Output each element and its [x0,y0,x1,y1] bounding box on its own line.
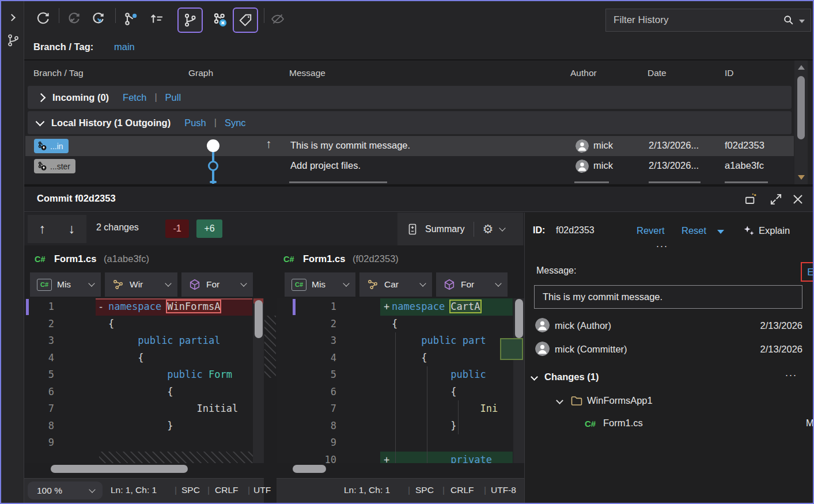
tag-icon [238,13,253,28]
collapse-folder-icon[interactable] [556,397,563,404]
edit-highlight-box: Edit [801,262,814,282]
expand-panel-icon[interactable] [8,14,16,21]
left-diff-scrollbar[interactable] [253,298,264,463]
left-project-dropdown[interactable]: C# Mis [30,272,101,297]
right-scroll-thumb[interactable] [515,299,523,338]
column-graph[interactable]: Graph [188,68,213,78]
search-icon[interactable] [782,14,795,26]
chevron-down-icon [343,280,349,286]
right-hscroll-thumb[interactable] [293,465,326,473]
line-ending-indicator[interactable]: CRLF [450,485,474,495]
right-diff-scrollbar[interactable] [513,298,524,463]
diff-settings-caret[interactable] [499,225,506,231]
current-branch-link[interactable]: main [114,41,135,52]
column-author[interactable]: Author [570,68,597,78]
commit-id-value: f02d2353 [556,225,595,236]
edit-message-link[interactable]: Edit [807,267,814,278]
author-date: 2/13/2026 [760,320,802,331]
details-overflow-button[interactable]: ... [656,238,668,250]
diff-settings-gear-icon[interactable]: ⚙ [482,222,493,236]
tree-folder-label[interactable]: WinFormsApp1 [587,395,653,406]
right-namespace-dropdown[interactable]: Car [359,272,432,297]
left-scroll-thumb[interactable] [255,300,263,338]
column-id[interactable]: ID [725,68,734,78]
left-hscroll-thumb[interactable] [51,465,188,473]
indent-guide [395,332,396,463]
commit-message-field[interactable]: This is my commit message. [534,285,802,309]
left-type-dropdown[interactable]: For [181,272,253,297]
push-icon[interactable] [90,11,106,27]
code-line-2: 2{ [24,316,264,333]
refresh-icon[interactable] [35,11,51,27]
sync-link[interactable]: Sync [225,118,246,128]
scroll-down-arrow[interactable] [798,175,805,180]
commit-row-clipped[interactable] [25,176,794,184]
next-change-button[interactable]: ↓ [69,221,75,237]
branch-outgoing-icon [37,161,47,171]
history-scrollbar[interactable] [794,60,808,184]
right-diff-code[interactable]: 1+namespace CartA2{3 public part4 {5 pub… [277,298,524,463]
code-line-2: 2{ [277,316,524,333]
filter-history-input[interactable]: Filter History [605,9,811,32]
zoom-select[interactable]: 100 % [28,482,103,499]
column-date[interactable]: Date [648,68,667,78]
column-branch-tag[interactable]: Branch / Tag [33,68,84,78]
filter-options-caret[interactable] [799,20,805,23]
previous-change-button[interactable]: ↑ [39,221,46,237]
commit-row[interactable]: ...ster Add project files. mick 2/13/202… [25,156,794,176]
left-diff-code[interactable]: 1-namespace WinFormsA2{3 public partial4… [24,298,264,463]
local-history-label: Local History (1 Outgoing) [51,118,171,128]
git-branch-icon[interactable] [6,33,20,47]
incoming-group-row[interactable]: Incoming (0) Fetch | Pull [28,86,792,109]
pull-link[interactable]: Pull [165,92,181,103]
code-line-8: 8 } [277,418,524,435]
chevron-down-icon [89,486,95,492]
commit-message-value: This is my commit message. [543,291,662,302]
reset-caret[interactable] [717,230,724,234]
tree-file-label[interactable]: Form1.cs [603,418,643,429]
changes-overflow-button[interactable]: ... [785,367,797,379]
reset-link[interactable]: Reset [682,225,706,236]
fetch-link[interactable]: Fetch [123,92,146,103]
right-project-dropdown[interactable]: C# Mis [285,272,355,297]
commit-list-icon[interactable] [149,11,165,27]
whitespace-indicator[interactable]: SPC [415,485,434,495]
show-branch-graph-toggle[interactable] [177,7,203,33]
csharp-file-icon: C# [291,279,306,291]
pull-icon [66,11,82,27]
whitespace-indicator[interactable]: SPC [181,485,200,495]
commit-row[interactable]: ...in ↑ This is my commit message. mick … [25,136,794,156]
collapse-local-history-icon[interactable] [36,117,45,126]
encoding-indicator[interactable]: UTF [253,485,271,495]
summary-button[interactable]: Summary [425,224,464,234]
visual-studio-git-window: Filter History Branch / Tag: main Branch… [0,0,814,504]
scroll-up-arrow[interactable] [798,65,805,70]
collapse-changes-icon[interactable] [531,373,538,381]
expand-incoming-icon[interactable] [37,93,46,102]
changes-count-label: 2 changes [96,222,139,233]
history-scroll-thumb[interactable] [797,76,805,139]
maximize-icon[interactable] [768,192,783,207]
show-tags-toggle[interactable] [233,7,258,33]
branch-compare-icon[interactable] [123,11,139,27]
float-window-icon[interactable] [743,192,758,207]
commit-author: mick [593,160,613,171]
explain-button[interactable]: Explain [759,225,790,236]
revert-link[interactable]: Revert [637,225,665,236]
column-message[interactable]: Message [289,68,325,78]
close-icon[interactable] [790,192,805,207]
branch-badge-main[interactable]: ...in [34,139,69,153]
diff-toolbar: ↑ ↓ 2 changes -1 +6 Summary ⚙ [24,213,524,245]
right-type-dropdown[interactable]: For [436,272,508,297]
committer-name: mick (Committer) [555,344,627,355]
branch-badge-master[interactable]: ...ster [34,159,75,173]
line-ending-indicator[interactable]: CRLF [215,485,238,495]
commit-id-label: ID: [533,225,545,236]
local-history-group-row[interactable]: Local History (1 Outgoing) Push | Sync [28,111,792,134]
code-line-6: 6 { [24,384,264,401]
push-link[interactable]: Push [184,118,206,128]
encoding-indicator[interactable]: UTF-8 [491,485,516,495]
left-namespace-dropdown[interactable]: Wir [105,272,177,297]
avatar [535,342,550,356]
delete-branch-icon[interactable] [209,9,232,32]
